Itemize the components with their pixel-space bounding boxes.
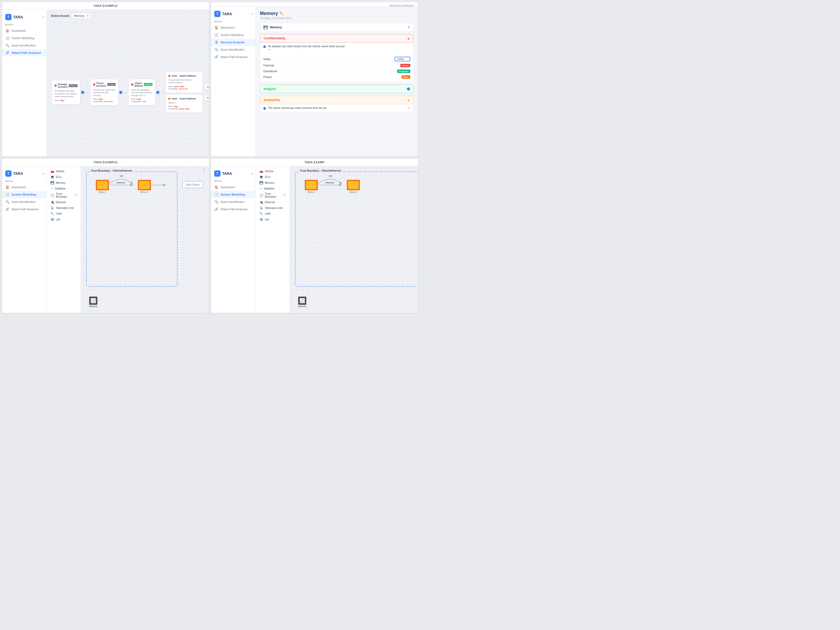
- threat-scenario-label: Threat Scenario: [96, 82, 106, 87]
- comp-lin-1[interactable]: ⚙️ LIN: [49, 216, 79, 222]
- ethernet-label-2: Ethernet: [265, 201, 275, 204]
- attach-feas-label: Feasibility:: [131, 100, 141, 103]
- asset-section: 💾 Memory ▼: [260, 23, 414, 32]
- collapse-icon-3[interactable]: »: [42, 171, 44, 175]
- comp-ethernet-1[interactable]: 🔌 Ethernet: [49, 199, 79, 205]
- lin-icon-2: ⚙️: [259, 218, 263, 221]
- sidebar-3: T TARA » MENU 🏠 Dashboard ⬜ System Model…: [2, 166, 47, 313]
- sidebar-label-asset-1: Asset Identification: [11, 44, 36, 47]
- comp-can-2[interactable]: 🔧 CAN: [258, 211, 287, 216]
- comp-vehicle-1[interactable]: 🚗 Vehicle: [49, 168, 79, 174]
- comp-trust-1[interactable]: ⬜ Trust Boundary ✕: [49, 191, 79, 199]
- sidebar-item-attack-2[interactable]: 🔗 Attack Path Analysist: [211, 53, 256, 61]
- sidebar-item-asset-3[interactable]: 🔍 Asset Identification: [2, 198, 46, 205]
- sidebar-item-system-1[interactable]: ⬜ System Modelling: [2, 35, 46, 42]
- impact-operational: Operational Negligible: [263, 68, 410, 74]
- security-date: Thursday, 31 October 2024: [260, 17, 414, 20]
- comp-ecu-2[interactable]: 💻 ECU: [258, 174, 287, 180]
- avail-expand-chevron[interactable]: ▼: [408, 107, 410, 109]
- diagram-svg-1: ECU 1 🔧 ethernet: [87, 172, 177, 286]
- trust-icon-2: ⬜: [259, 193, 263, 197]
- trust-close-1[interactable]: ✕: [74, 193, 77, 197]
- threat-dot: [93, 84, 95, 85]
- safety-input[interactable]: Safety: [395, 57, 410, 62]
- diagram-svg-2: ECU 1 ethernet ECU 2: [295, 172, 418, 286]
- sidebar-item-attack-4[interactable]: 🔗 Attack Path Analysist: [211, 205, 256, 213]
- comp-can-1[interactable]: 🔧 CAN: [49, 211, 79, 216]
- sidebar-item-dashboard-2[interactable]: 🏠 Dashboard: [211, 24, 256, 31]
- branch1-text: Compromise the internet communication.: [168, 79, 200, 84]
- edit-icon[interactable]: ✏️: [279, 12, 284, 16]
- right-branch: A001 Attach Method Compromise the intern…: [166, 72, 202, 113]
- integrity-header[interactable]: Integrity: [260, 85, 414, 93]
- comp-telematics-2[interactable]: 📡 Telematics Unit: [258, 205, 287, 211]
- memory-label-comp-2: Memory: [265, 182, 274, 184]
- sidebar-item-attack-3[interactable]: 🔗 Attack Path Analysist: [2, 205, 46, 213]
- trust-close-2[interactable]: ✕: [283, 193, 286, 197]
- attach-method-label: Attach Method: [134, 82, 143, 87]
- sidebar-item-asset-2[interactable]: 🔍 Asset Identification: [211, 46, 256, 53]
- availability-header[interactable]: Availability ▲: [260, 96, 414, 104]
- threat-expand-chevron[interactable]: ▼: [268, 48, 271, 51]
- comp-memory-1[interactable]: 💾 Memory: [49, 180, 79, 186]
- confidentiality-header[interactable]: Confidentiality ▲: [260, 34, 414, 43]
- sidebar-item-asset-4[interactable]: 🔍 Asset Identification: [211, 198, 256, 205]
- security-title-text: Memory: [260, 11, 278, 16]
- vehicle-label-1: Vehicle: [56, 170, 64, 173]
- collapse-icon-4[interactable]: »: [251, 171, 253, 175]
- comp-trust-2[interactable]: ⬜ Trust Boundary ✕: [258, 191, 287, 199]
- logo-icon-2: T: [214, 11, 221, 17]
- sidebar-item-system-2[interactable]: ⬜ System Modelling: [211, 31, 256, 39]
- components-list-1: 🚗 Vehicle 💻 ECU 💾 Memory →: [47, 166, 81, 313]
- memory-icon-1: 💾: [51, 181, 54, 185]
- threat-text-1: An attacker can steal money from the veh…: [268, 45, 410, 48]
- sidebar-2: T TARA » MENU 🏠 Dashboard ⬜ System Model…: [211, 6, 256, 156]
- impact-financial: Financial Severe: [263, 63, 410, 68]
- sidebar-item-dashboard-4[interactable]: 🏠 Dashboard: [211, 183, 256, 191]
- diagram-menu-1[interactable]: ⋮: [202, 168, 206, 173]
- dropdown-chevron: ▼: [86, 14, 89, 17]
- logo-icon-1: T: [5, 14, 11, 20]
- branch1-dot: [168, 75, 171, 77]
- collapse-icon-2[interactable]: »: [251, 12, 253, 16]
- components-list-2: 🚗 Vehicle 💻 ECU 💾 Memory →: [256, 166, 290, 313]
- sidebar-item-attack-1[interactable]: 🔗 Attack Path Analysist: [2, 49, 46, 57]
- sidebar-item-asset-1[interactable]: 🔍 Asset Identification: [2, 42, 46, 49]
- lin-icon-1: ⚙️: [51, 218, 54, 221]
- comp-dataflow-2[interactable]: → Dataflow: [258, 186, 287, 191]
- branch2-card: A002 Attach Method Attack X Risk: High F…: [166, 95, 202, 113]
- logo-icon-4: T: [214, 171, 221, 177]
- threat-risk: Risk: High: [93, 98, 116, 100]
- collapse-icon-1[interactable]: »: [42, 15, 44, 19]
- ecu-icon-1: 💻: [51, 175, 54, 179]
- comp-dataflow-1[interactable]: → Dataflow: [49, 186, 79, 191]
- system-icon-1: ⬜: [5, 36, 9, 40]
- asset-select-dropdown[interactable]: Memory ▼: [72, 13, 91, 19]
- damage-scenario-tag: DS001: [69, 84, 77, 87]
- sidebar-item-system-4[interactable]: ⬜ System Modelling: [211, 191, 256, 198]
- comp-lin-2[interactable]: ⚙️ LIN: [258, 216, 287, 222]
- branch2-feasibility: Feasibility: Quite High: [168, 107, 200, 110]
- comp-ethernet-2[interactable]: 🔌 Ethernet: [258, 199, 287, 205]
- panel-1-title: TARA EXAMPLE: [2, 2, 209, 10]
- ecu1-label-2: ECU 1: [308, 191, 315, 193]
- threat-risk-value: High: [98, 98, 103, 100]
- asset-section-header[interactable]: 💾 Memory ▼: [260, 23, 414, 32]
- asset-section-name: Memory: [270, 25, 405, 29]
- comp-vehicle-2[interactable]: 🚗 Vehicle: [258, 168, 287, 174]
- logo-text-3: TARA: [13, 171, 23, 175]
- dataflow-label-2: Dataflow: [264, 187, 274, 190]
- sidebar-item-dashboard-3[interactable]: 🏠 Dashboard: [2, 183, 46, 191]
- attach-method-text: Hack the telematics unit and read memory…: [131, 89, 153, 97]
- sidebar-item-security-2[interactable]: 🛡️ Security Analysis: [211, 39, 256, 46]
- ethernet-icon-2: 🔌: [259, 200, 263, 204]
- data-center-label-1: Data Center: [182, 182, 203, 188]
- sidebar-item-system-3[interactable]: ⬜ System Modelling: [2, 191, 46, 198]
- comp-telematics-1[interactable]: 📡 Telematics Unit: [49, 205, 79, 211]
- comp-ecu-1[interactable]: 💻 ECU: [49, 174, 79, 180]
- memory-section-icon: 💾: [263, 25, 268, 29]
- confidentiality-chevron: ▲: [407, 36, 410, 40]
- comp-memory-2[interactable]: 💾 Memory: [258, 180, 287, 186]
- main-content-1: Select Assets Memory ▼ Damage Scenario: [47, 10, 209, 156]
- sidebar-item-dashboard-1[interactable]: 🏠 Dashboard: [2, 27, 46, 35]
